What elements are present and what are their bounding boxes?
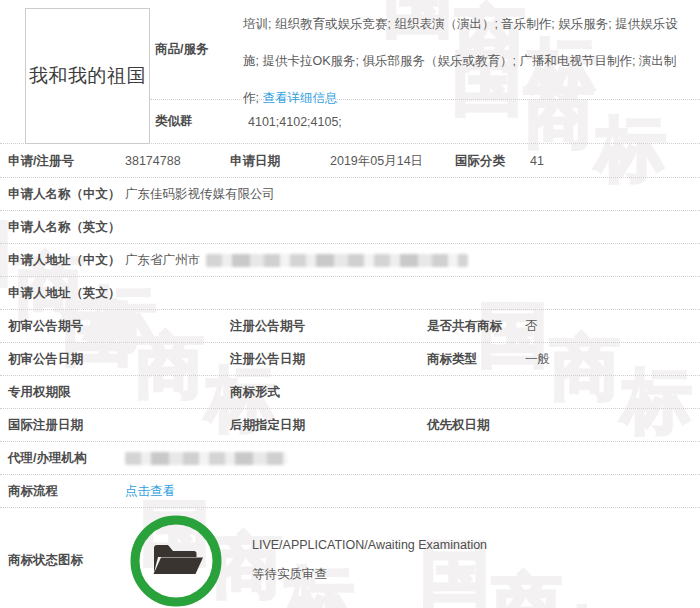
applicant-name-cn-value: 广东佳码影视传媒有限公司 (125, 186, 700, 203)
first-publication-number-label: 初审公告期号 (8, 318, 230, 335)
international-registration-date-label: 国际注册日期 (8, 417, 230, 434)
trademark-type-value: 一般 (525, 351, 700, 368)
view-details-link[interactable]: 查看详细信息 (262, 91, 337, 105)
status-row: 商标状态图标 LIVE/APPLICATION/Awaiting Examina… (0, 508, 700, 608)
application-date-label: 申请日期 (230, 153, 330, 170)
applicant-address-cn-row: 申请人地址（中文） 广东省广州市 (0, 244, 700, 277)
goods-services-label: 商品/服务 (150, 0, 243, 99)
status-chinese-text: 等待实质审查 (252, 566, 487, 583)
view-process-link[interactable]: 点击查看 (125, 484, 175, 498)
trademark-image: 我和我的祖国 (25, 8, 150, 144)
international-class-value: 41 (530, 154, 700, 168)
priority-date-label: 优先权日期 (427, 417, 525, 434)
publication-number-row: 初审公告期号 注册公告期号 是否共有商标 否 (0, 310, 700, 343)
top-section: 我和我的祖国 商品/服务 培训; 组织教育或娱乐竞赛; 组织表演（演出）; 音乐… (0, 0, 700, 145)
agency-value (125, 451, 700, 465)
trademark-type-label: 商标类型 (427, 351, 525, 368)
registration-publication-number-label: 注册公告期号 (230, 318, 427, 335)
application-date-value: 2019年05月14日 (330, 153, 455, 170)
applicant-name-en-row: 申请人名称（英文） (0, 211, 700, 244)
application-number-row: 申请/注册号 38174788 申请日期 2019年05月14日 国际分类 41 (0, 145, 700, 178)
registration-publication-date-label: 注册公告日期 (230, 351, 427, 368)
status-label: 商标状态图标 (8, 552, 125, 569)
address-prefix-text: 广东省广州市 (125, 253, 200, 267)
exclusive-period-row: 专用权期限 商标形式 (0, 376, 700, 409)
exclusive-period-label: 专用权期限 (8, 384, 230, 401)
applicant-address-cn-value: 广东省广州市 (125, 252, 700, 269)
trademark-name: 我和我的祖国 (29, 63, 146, 89)
similar-group-value: 4101;4102;4105; (248, 115, 700, 129)
redacted-address (206, 254, 468, 267)
applicant-address-en-row: 申请人地址（英文） (0, 277, 700, 310)
agency-label: 代理/办理机构 (8, 450, 125, 467)
folder-flap (154, 558, 204, 575)
application-number-label: 申请/注册号 (8, 153, 125, 170)
status-texts: LIVE/APPLICATION/Awaiting Examination 等待… (252, 538, 487, 583)
applicant-name-cn-row: 申请人名称（中文） 广东佳码影视传媒有限公司 (0, 178, 700, 211)
first-publication-date-label: 初审公告日期 (8, 351, 230, 368)
goods-services-row: 商品/服务 培训; 组织教育或娱乐竞赛; 组织表演（演出）; 音乐制作; 娱乐服… (150, 0, 700, 100)
goods-services-value: 培训; 组织教育或娱乐竞赛; 组织表演（演出）; 音乐制作; 娱乐服务; 提供娱… (243, 0, 700, 99)
shared-trademark-label: 是否共有商标 (427, 318, 525, 335)
application-number-value: 38174788 (125, 154, 230, 168)
international-dates-row: 国际注册日期 后期指定日期 优先权日期 (0, 409, 700, 442)
trademark-detail-page: 国商标 国商标 国商标 国商标 国商标 国商标 国商标 我和我的祖国 商品/服务… (0, 0, 700, 608)
process-row: 商标流程 点击查看 (0, 475, 700, 508)
applicant-name-cn-label: 申请人名称（中文） (8, 186, 125, 203)
shared-trademark-value: 否 (525, 318, 700, 335)
later-designation-date-label: 后期指定日期 (230, 417, 427, 434)
status-english-text: LIVE/APPLICATION/Awaiting Examination (252, 538, 487, 552)
redacted-agency (125, 452, 287, 465)
status-folder-icon (128, 512, 224, 608)
applicant-name-en-label: 申请人名称（英文） (8, 219, 125, 236)
applicant-address-en-label: 申请人地址（英文） (8, 285, 125, 302)
applicant-address-cn-label: 申请人地址（中文） (8, 252, 125, 269)
process-label: 商标流程 (8, 483, 125, 500)
international-class-label: 国际分类 (455, 153, 530, 170)
agency-row: 代理/办理机构 (0, 442, 700, 475)
publication-date-row: 初审公告日期 注册公告日期 商标类型 一般 (0, 343, 700, 376)
folder-in-ring-icon (128, 512, 224, 608)
trademark-form-label: 商标形式 (230, 384, 427, 401)
